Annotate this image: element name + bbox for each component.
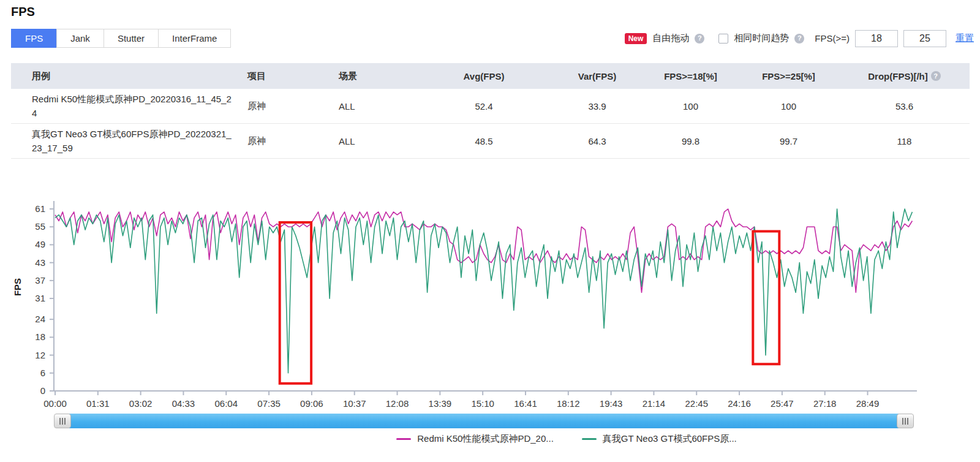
tab-stutter[interactable]: Stutter [104, 29, 159, 48]
x-tick-label: 15:10 [471, 398, 494, 409]
x-tick-label: 27:18 [813, 398, 837, 409]
y-tick-label: 37 [35, 275, 45, 286]
fps-threshold-label: FPS(>=) [815, 33, 850, 44]
legend-item-realme[interactable]: 真我GT Neo3 GT模式60FPS原... [582, 433, 737, 445]
cell-project: 原神 [239, 100, 309, 112]
reset-link[interactable]: 重置 [956, 32, 974, 44]
series-realme-line [55, 209, 912, 373]
cell-avg: 48.5 [417, 136, 551, 146]
help-icon[interactable]: ? [931, 71, 941, 81]
x-tick-label: 07:35 [257, 398, 281, 409]
cell-drop: 118 [839, 136, 970, 146]
table-body: Redmi K50性能模式原神PD_20220316_11_45_24原神ALL… [11, 89, 970, 159]
cell-fps25: 100 [738, 101, 839, 112]
legend-label: Redmi K50性能模式原神PD_20... [417, 433, 554, 445]
scrollbar-right-handle[interactable] [897, 414, 914, 428]
x-tick-label: 21:14 [643, 398, 666, 409]
cell-fps18: 99.8 [643, 136, 738, 146]
same-time-checkbox[interactable] [718, 34, 728, 44]
fps-max-input[interactable] [903, 30, 946, 47]
x-tick-label: 13:39 [429, 398, 452, 409]
table-row: Redmi K50性能模式原神PD_20220316_11_45_24原神ALL… [11, 89, 970, 124]
x-tick-label: 00:00 [43, 398, 67, 409]
y-tick-label: 31 [35, 293, 45, 303]
help-icon[interactable]: ? [794, 34, 804, 44]
x-tick-label: 03:02 [129, 398, 153, 409]
cell-case: Redmi K50性能模式原神PD_20220316_11_45_24 [11, 92, 239, 120]
cell-var: 64.3 [551, 136, 643, 146]
y-tick-label: 0 [40, 385, 45, 396]
tab-jank[interactable]: Jank [56, 29, 104, 48]
free-drag-label: 自由拖动 [652, 32, 689, 44]
tab-fps[interactable]: FPS [11, 29, 57, 48]
header-cell-var: Var(FPS) [551, 71, 643, 81]
legend-item-redmi[interactable]: Redmi K50性能模式原神PD_20... [396, 433, 554, 445]
cell-project: 原神 [239, 135, 309, 147]
table-header-row: 用例项目场景Avg(FPS)Var(FPS)FPS>=18[%]FPS>=25[… [11, 63, 970, 89]
y-tick-label: 18 [35, 331, 45, 342]
cell-scene: ALL [309, 101, 417, 112]
x-tick-label: 22:45 [685, 398, 708, 409]
legend-swatch [396, 438, 411, 440]
x-tick-label: 06:04 [214, 398, 238, 409]
page-title: FPS [11, 5, 35, 19]
cell-avg: 52.4 [417, 101, 551, 112]
x-tick-label: 10:37 [343, 398, 366, 409]
tab-bar: FPSJankStutterInterFrame [11, 29, 231, 48]
x-tick-label: 28:49 [856, 398, 880, 409]
table-row: 真我GT Neo3 GT模式60FPS原神PD_20220321_23_17_5… [11, 124, 970, 159]
x-tick-label: 16:41 [514, 398, 537, 409]
tab-interframe[interactable]: InterFrame [158, 29, 231, 48]
y-tick-label: 49 [35, 239, 45, 249]
x-tick-label: 09:06 [300, 398, 323, 409]
x-tick-label: 12:08 [386, 398, 409, 409]
cell-fps25: 99.7 [738, 136, 839, 146]
chart-controls: New 自由拖动 ? 相同时间趋势 ? FPS(>=) 重置 [625, 30, 974, 47]
scrollbar-track[interactable] [69, 414, 899, 428]
x-tick-label: 01:31 [86, 398, 110, 409]
axis-lines [54, 201, 917, 391]
header-cell-project: 项目 [239, 70, 309, 82]
cell-fps18: 100 [643, 101, 738, 112]
header-cell-drop: Drop(FPS)[/h]? [839, 71, 970, 81]
y-tick-label: 43 [35, 257, 45, 268]
header-cell-case: 用例 [11, 70, 239, 82]
header-cell-avg: Avg(FPS) [417, 71, 551, 81]
header-cell-scene: 场景 [309, 70, 417, 82]
y-tick-label: 12 [35, 350, 45, 360]
fps-min-input[interactable] [855, 30, 898, 47]
help-icon[interactable]: ? [695, 34, 704, 44]
x-tick-label: 04:33 [172, 398, 195, 409]
cell-scene: ALL [309, 136, 417, 146]
chart-scrollbar [54, 414, 914, 428]
y-tick-label: 61 [35, 203, 45, 214]
x-tick-label: 24:16 [728, 398, 751, 409]
scrollbar-left-handle[interactable] [54, 414, 71, 428]
new-badge: New [625, 33, 647, 44]
y-tick-label: 24 [35, 314, 45, 324]
cell-drop: 53.6 [839, 101, 970, 112]
legend-label: 真我GT Neo3 GT模式60FPS原... [603, 433, 737, 445]
y-tick-label: 55 [35, 221, 45, 232]
legend: Redmi K50性能模式原神PD_20...真我GT Neo3 GT模式60F… [0, 433, 980, 445]
header-cell-fps18: FPS>=18[%] [643, 71, 738, 81]
toolbar: FPSJankStutterInterFrame New 自由拖动 ? 相同时间… [11, 29, 974, 48]
same-time-label: 相同时间趋势 [734, 32, 789, 44]
x-tick-label: 25:47 [771, 398, 794, 409]
x-tick-label: 19:43 [600, 398, 623, 409]
cell-case: 真我GT Neo3 GT模式60FPS原神PD_20220321_23_17_5… [11, 127, 239, 155]
y-tick-label: 6 [40, 368, 45, 378]
fps-chart: FPS 0612182431374349556100:0001:3103:020… [0, 184, 980, 411]
y-axis-label: FPS [12, 278, 23, 296]
fps-analysis-page: FPS FPSJankStutterInterFrame New 自由拖动 ? … [0, 0, 980, 462]
legend-swatch [582, 438, 597, 440]
cell-var: 33.9 [551, 101, 643, 112]
header-cell-fps25: FPS>=25[%] [738, 71, 839, 81]
x-tick-label: 18:12 [557, 398, 580, 409]
fps-line-chart: 0612182431374349556100:0001:3103:0204:33… [0, 184, 980, 411]
results-table: 用例项目场景Avg(FPS)Var(FPS)FPS>=18[%]FPS>=25[… [11, 63, 970, 159]
